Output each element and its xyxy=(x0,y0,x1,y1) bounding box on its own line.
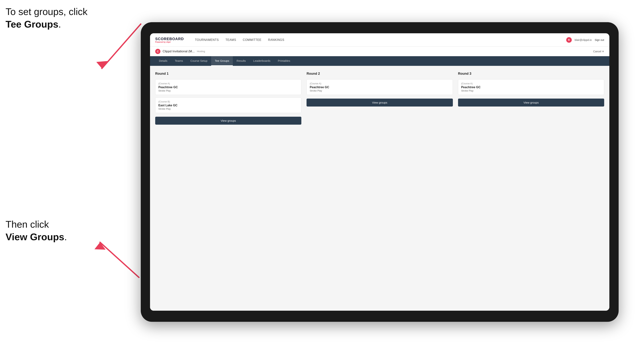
round-2-course-a-name: Peachtree GC xyxy=(310,86,450,89)
tab-results-label: Results xyxy=(236,59,246,62)
tournament-icon: C xyxy=(155,49,160,54)
round-1-course-a-format: Stroke Play xyxy=(158,89,298,92)
round-1-course-b-label: (Course B) xyxy=(158,100,298,103)
tab-tee-groups-label: Tee Groups xyxy=(215,59,229,62)
user-email: blair@clippd.io xyxy=(575,38,592,41)
round-1-course-a-label: (Course A) xyxy=(158,82,298,85)
nav-committee[interactable]: COMMITTEE xyxy=(243,38,262,42)
round-1-course-a-name: Peachtree GC xyxy=(158,86,298,89)
sign-out-link[interactable]: Sign out xyxy=(595,38,604,41)
instruction-tee-groups-bold: Tee Groups xyxy=(6,19,58,30)
tablet-screen: SCOREBOARD Powered by clipd TOURNAMENTS … xyxy=(150,33,609,311)
nav-links: TOURNAMENTS TEAMS COMMITTEE RANKINGS xyxy=(195,38,284,42)
tournament-name: Clippd Invitational (M... xyxy=(162,50,195,53)
logo-area: SCOREBOARD Powered by clipd xyxy=(155,37,184,43)
tab-tee-groups[interactable]: Tee Groups xyxy=(211,56,233,66)
round-2-title: Round 2 xyxy=(306,72,453,76)
hosting-badge: Hosting xyxy=(197,50,205,53)
tab-leaderboards-label: Leaderboards xyxy=(253,59,270,62)
instruction-view-groups-bold: View Groups xyxy=(6,231,64,242)
tab-nav: Details Teams Course Setup Tee Groups Re… xyxy=(150,56,609,66)
rounds-grid: Round 1 (Course A) Peachtree GC Stroke P… xyxy=(155,72,604,125)
instruction-bottom-punct: . xyxy=(64,231,67,242)
round-3-course-a-label: (Course A) xyxy=(461,82,601,85)
nav-rankings[interactable]: RANKINGS xyxy=(268,38,284,42)
top-nav: SCOREBOARD Powered by clipd TOURNAMENTS … xyxy=(150,33,609,47)
round-2-course-a-label: (Course A) xyxy=(310,82,450,85)
round-1-course-a-card: (Course A) Peachtree GC Stroke Play xyxy=(155,79,301,95)
tablet-frame: SCOREBOARD Powered by clipd TOURNAMENTS … xyxy=(141,22,619,322)
round-1-course-b-name: East Lake GC xyxy=(158,104,298,107)
logo-text: SCOREBOARD xyxy=(155,37,184,41)
tab-teams-label: Teams xyxy=(175,59,183,62)
user-avatar: B xyxy=(566,37,572,43)
cancel-button[interactable]: Cancel ✕ xyxy=(593,50,604,53)
instruction-top-line1: To set groups, click xyxy=(6,6,88,17)
tab-details-label: Details xyxy=(159,59,168,62)
logo-sub: Powered by clipd xyxy=(155,41,184,43)
round-3-column: Round 3 (Course A) Peachtree GC Stroke P… xyxy=(458,72,604,125)
round-2-column: Round 2 (Course A) Peachtree GC Stroke P… xyxy=(306,72,453,125)
tab-leaderboards[interactable]: Leaderboards xyxy=(250,56,274,66)
round-3-title: Round 3 xyxy=(458,72,604,76)
logo-sub-prefix: Powered by xyxy=(155,41,166,43)
tab-results[interactable]: Results xyxy=(233,56,250,66)
svg-line-0 xyxy=(102,24,141,68)
nav-tournaments[interactable]: TOURNAMENTS xyxy=(195,38,219,42)
round-1-view-groups-button[interactable]: View groups xyxy=(155,117,301,125)
instruction-top-punct: . xyxy=(58,19,61,30)
instruction-bottom-line1: Then click xyxy=(6,219,49,230)
round-3-course-a-name: Peachtree GC xyxy=(461,86,601,89)
round-1-title: Round 1 xyxy=(155,72,301,76)
tab-printables[interactable]: Printables xyxy=(274,56,294,66)
round-1-column: Round 1 (Course A) Peachtree GC Stroke P… xyxy=(155,72,301,125)
tournament-bar: C Clippd Invitational (M... Hosting Canc… xyxy=(150,47,609,56)
tab-course-setup[interactable]: Course Setup xyxy=(187,56,211,66)
svg-line-2 xyxy=(100,242,139,277)
nav-teams[interactable]: TEAMS xyxy=(226,38,236,42)
round-3-course-a-card: (Course A) Peachtree GC Stroke Play xyxy=(458,79,604,95)
tab-teams[interactable]: Teams xyxy=(171,56,187,66)
instruction-bottom: Then click View Groups. xyxy=(6,218,67,243)
round-1-course-b-card: (Course B) East Lake GC Stroke Play xyxy=(155,97,301,113)
round-1-course-b-format: Stroke Play xyxy=(158,107,298,110)
tab-details[interactable]: Details xyxy=(155,56,171,66)
round-3-course-a-format: Stroke Play xyxy=(461,89,601,92)
tab-printables-label: Printables xyxy=(278,59,290,62)
round-2-course-a-card: (Course A) Peachtree GC Stroke Play xyxy=(306,79,453,95)
round-2-course-a-format: Stroke Play xyxy=(310,89,450,92)
logo-brand: clipd xyxy=(166,41,170,43)
round-2-view-groups-button[interactable]: View groups xyxy=(306,99,453,107)
tab-course-setup-label: Course Setup xyxy=(190,59,208,62)
main-content: Round 1 (Course A) Peachtree GC Stroke P… xyxy=(150,66,609,311)
round-3-view-groups-button[interactable]: View groups xyxy=(458,99,604,107)
nav-right: B blair@clippd.io Sign out xyxy=(566,37,604,43)
instruction-top: To set groups, click Tee Groups. xyxy=(6,5,88,30)
